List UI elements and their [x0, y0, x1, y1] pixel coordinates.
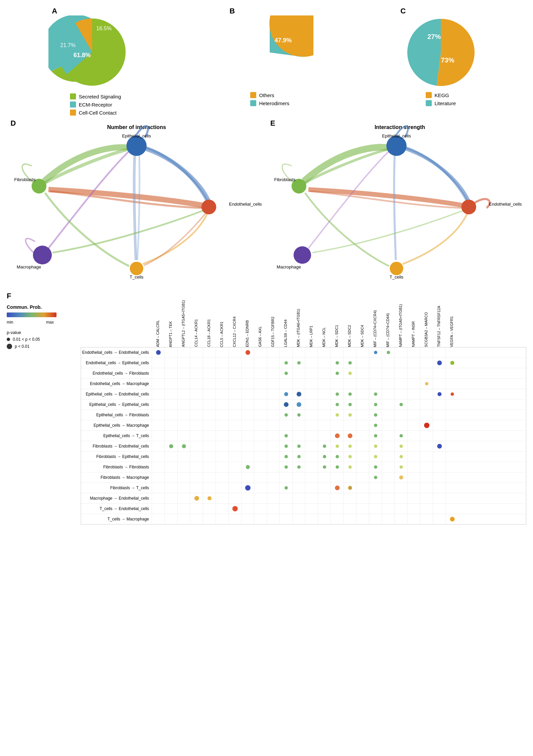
- dot-cell: [356, 389, 369, 399]
- dot-row: Epithelial_cells → Macrophage: [81, 420, 526, 431]
- dot-cell: [177, 472, 190, 482]
- row-label: Fibroblasts → Fibroblasts: [81, 465, 152, 469]
- dot-row: Epithelial_cells → T_cells: [81, 431, 526, 441]
- node-epithelial-d: [126, 136, 147, 156]
- dot-cell: [177, 504, 190, 514]
- dot-cell: [279, 358, 292, 368]
- dot: [336, 372, 339, 375]
- panel-b-label: B: [229, 7, 235, 15]
- dot-cell: [446, 504, 458, 514]
- edge-fib-endo: [48, 190, 204, 206]
- dot-cell: [446, 431, 458, 441]
- dot-cell: [152, 452, 164, 462]
- dot-cell: [292, 493, 305, 503]
- dot: [169, 444, 173, 448]
- dot-cell: [433, 368, 446, 378]
- dot-cell: [241, 400, 254, 410]
- dot-row: Fibroblasts → Endothelial_cells: [81, 441, 526, 452]
- label-c-1: 73%: [441, 56, 454, 64]
- dot-cell: [394, 420, 407, 430]
- col-label-text: CCL14 – ACKR1: [194, 319, 198, 347]
- dot-cell: [433, 462, 446, 472]
- dot-cell: [292, 347, 305, 358]
- dot-cell: [305, 410, 318, 420]
- dot-grid: Endothelial_cells → Endothelial_cellsEnd…: [81, 347, 526, 524]
- dot-cell: [292, 483, 305, 493]
- dot: [374, 392, 377, 396]
- dot-cell: [394, 400, 407, 410]
- dot-cell: [177, 358, 190, 368]
- dot-cell: [394, 431, 407, 441]
- col-label: MDK – SDC2: [343, 292, 356, 347]
- dot: [374, 476, 377, 479]
- dot-cell: [343, 420, 356, 430]
- dot-cell: [433, 347, 446, 358]
- dot-cell: [446, 441, 458, 451]
- dot-cell: [203, 400, 216, 410]
- row-label: Epithelial_cells → Fibroblasts: [81, 413, 152, 417]
- dot-cell: [203, 483, 216, 493]
- dot-cell: [203, 389, 216, 399]
- dot-cell: [382, 368, 394, 378]
- dot-cell: [152, 400, 164, 410]
- dot-cell: [420, 389, 433, 399]
- dot-cell: [318, 493, 331, 503]
- dot: [297, 455, 301, 458]
- dot-cell: [305, 472, 318, 482]
- dot-cell: [446, 379, 458, 389]
- dot-cell: [279, 347, 292, 358]
- pie-a: 61.8% 21.7% 16.5%: [48, 15, 143, 91]
- dot-cell: [420, 462, 433, 472]
- dot-cell: [420, 504, 433, 514]
- dot-row: Fibroblasts → Macrophage: [81, 472, 526, 483]
- dot-cell: [343, 400, 356, 410]
- dot-cell: [446, 514, 458, 524]
- node-epithelial-label-e: Epithelial_cells: [382, 133, 411, 138]
- dot: [374, 455, 377, 458]
- dot-cell: [407, 514, 420, 524]
- node-fibroblasts-label-d: Fibroblasts: [14, 177, 36, 182]
- dot-cell: [152, 420, 164, 430]
- dot-cell: [369, 452, 382, 462]
- dot-cell: [420, 493, 433, 503]
- legend-b-1: Others: [250, 92, 289, 98]
- dot-cell: [267, 347, 279, 358]
- dot: [284, 445, 288, 448]
- dot-cell: [318, 379, 331, 389]
- dot: [374, 445, 377, 448]
- dot-cell: [446, 368, 458, 378]
- dot-cell: [190, 472, 203, 482]
- network-e: Interaction strength: [269, 119, 524, 287]
- col-label-text: NAMPT – INSR: [411, 321, 415, 347]
- dot-cell: [228, 441, 241, 451]
- dot-cell: [152, 504, 164, 514]
- network-d: Number of interactions: [9, 119, 264, 287]
- dot-cell: [254, 452, 267, 462]
- row-label: Endothelial_cells → Epithelial_cells: [81, 361, 152, 365]
- dot-cell: [356, 493, 369, 503]
- dot-cell: [356, 441, 369, 451]
- row-label: Endothelial_cells → Macrophage: [81, 381, 152, 386]
- node-epithelial-label-d: Epithelial_cells: [122, 133, 151, 138]
- legend-a-1: Secreted Signaling: [70, 93, 121, 99]
- col-label: NAMPT – (ITGA5+ITGB1): [394, 292, 407, 347]
- dot-cell: [164, 420, 177, 430]
- dot-cell: [318, 389, 331, 399]
- col-label: EDN1 – EDNRB: [241, 292, 254, 347]
- dot-cell: [433, 410, 446, 420]
- dot-cell: [420, 431, 433, 441]
- dot-cell: [190, 368, 203, 378]
- legend-label-c-1: KEGG: [434, 92, 449, 98]
- dot-cell: [216, 514, 228, 524]
- dot-cell: [369, 504, 382, 514]
- col-label: MDK – LRP1: [305, 292, 317, 347]
- col-label: ANGPT1 – TEK: [164, 292, 177, 347]
- dot-cell: [254, 420, 267, 430]
- dot-cell: [241, 493, 254, 503]
- dot-cell: [267, 462, 279, 472]
- dot-cell: [407, 441, 420, 451]
- dot-cell: [420, 441, 433, 451]
- pvalue-text-1: 0.01 < p < 0.05: [13, 337, 40, 342]
- dot-cell: [343, 441, 356, 451]
- dot: [245, 485, 251, 491]
